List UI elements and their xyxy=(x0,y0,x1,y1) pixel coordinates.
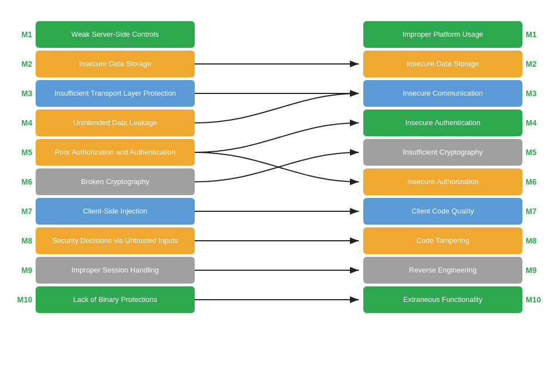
left-box-8: Security Decisions via Untrusted Inputs xyxy=(36,227,195,254)
left-box-5: Poor Authorization and Authentication xyxy=(36,139,195,166)
left-label-1: M1 xyxy=(17,30,32,39)
right-box-1: Improper Platform Usage xyxy=(363,21,522,48)
left-row-9: M9 Improper Session Handling xyxy=(17,257,195,284)
right-label-7: M7 xyxy=(526,207,541,216)
left-label-4: M4 xyxy=(17,118,32,127)
left-row-3: M3 Insufficient Transport Layer Protecti… xyxy=(17,80,195,107)
page: M1 Weak Server-Side Controls M2 Insecure… xyxy=(0,0,558,392)
right-box-5: Insufficient Cryptography xyxy=(363,139,522,166)
right-label-10: M10 xyxy=(526,295,541,304)
right-row-2: Insecure Data Storage M2 xyxy=(363,51,541,77)
left-box-10: Lack of Binary Protections xyxy=(36,286,195,313)
right-label-4: M4 xyxy=(526,118,541,127)
left-row-5: M5 Poor Authorization and Authentication xyxy=(17,139,195,166)
left-box-9: Improper Session Handling xyxy=(36,257,195,284)
right-box-9: Reverse Engineering xyxy=(363,257,522,284)
left-label-6: M6 xyxy=(17,177,32,186)
right-label-8: M8 xyxy=(526,236,541,245)
left-label-5: M5 xyxy=(17,148,32,157)
left-label-7: M7 xyxy=(17,207,32,216)
right-row-5: Insufficient Cryptography M5 xyxy=(363,139,541,166)
left-row-4: M4 Unintended Data Leakage xyxy=(17,110,195,136)
right-box-8: Code Tampering xyxy=(363,227,522,254)
right-box-2: Insecure Data Storage xyxy=(363,51,522,77)
left-box-6: Broken Cryptography xyxy=(36,168,195,195)
left-label-3: M3 xyxy=(17,89,32,98)
right-row-4: Insecure Authentication M4 xyxy=(363,110,541,136)
right-row-7: Client Code Quality M7 xyxy=(363,198,541,225)
left-row-7: M7 Client-Side Injection xyxy=(17,198,195,225)
right-label-6: M6 xyxy=(526,177,541,186)
left-row-6: M6 Broken Cryptography xyxy=(17,168,195,195)
right-box-6: Insecure Authorization xyxy=(363,168,522,195)
right-label-1: M1 xyxy=(526,30,541,39)
right-label-2: M2 xyxy=(526,59,541,68)
left-box-3: Insufficient Transport Layer Protection xyxy=(36,80,195,107)
left-box-1: Weak Server-Side Controls xyxy=(36,21,195,48)
right-row-1: Improper Platform Usage M1 xyxy=(363,21,541,48)
left-label-10: M10 xyxy=(17,295,32,304)
right-box-10: Extraneous Functionality xyxy=(363,286,522,313)
left-box-4: Unintended Data Leakage xyxy=(36,110,195,136)
right-row-9: Reverse Engineering M9 xyxy=(363,257,541,284)
right-label-5: M5 xyxy=(526,148,541,157)
right-box-7: Client Code Quality xyxy=(363,198,522,225)
left-label-8: M8 xyxy=(17,236,32,245)
right-row-10: Extraneous Functionality M10 xyxy=(363,286,541,313)
left-column: M1 Weak Server-Side Controls M2 Insecure… xyxy=(17,21,195,344)
right-label-9: M9 xyxy=(526,266,541,275)
right-row-3: Insecure Communication M3 xyxy=(363,80,541,107)
left-row-2: M2 Insecure Data Storage xyxy=(17,51,195,77)
left-box-2: Insecure Data Storage xyxy=(36,51,195,77)
right-box-3: Insecure Communication xyxy=(363,80,522,107)
right-row-6: Insecure Authorization M6 xyxy=(363,168,541,195)
diagram-area: M1 Weak Server-Side Controls M2 Insecure… xyxy=(17,21,541,344)
left-row-10: M10 Lack of Binary Protections xyxy=(17,286,195,313)
left-row-8: M8 Security Decisions via Untrusted Inpu… xyxy=(17,227,195,254)
right-box-4: Insecure Authentication xyxy=(363,110,522,136)
left-row-1: M1 Weak Server-Side Controls xyxy=(17,21,195,48)
left-box-7: Client-Side Injection xyxy=(36,198,195,225)
left-label-9: M9 xyxy=(17,266,32,275)
right-column: Improper Platform Usage M1 Insecure Data… xyxy=(363,21,541,344)
right-label-3: M3 xyxy=(526,89,541,98)
left-label-2: M2 xyxy=(17,59,32,68)
right-row-8: Code Tampering M8 xyxy=(363,227,541,254)
